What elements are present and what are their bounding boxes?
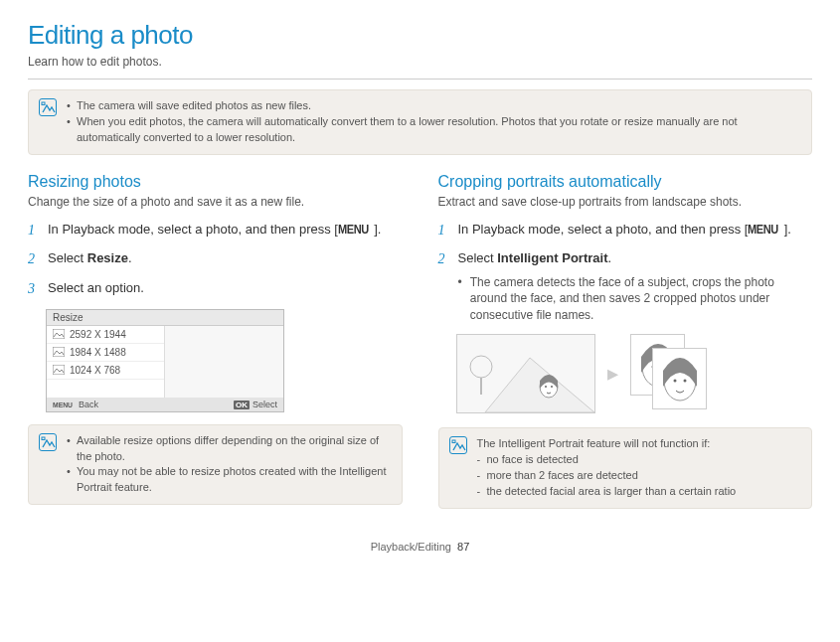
left-note-item: You may not be able to resize photos cre… xyxy=(67,464,392,496)
step-sub-bullet: The camera detects the face of a subject… xyxy=(458,274,813,324)
note-icon xyxy=(39,433,57,451)
right-note-content: The Intelligent Portrait feature will no… xyxy=(477,436,737,500)
step-text: ]. xyxy=(374,222,381,237)
right-note-list: no face is detected more than 2 faces ar… xyxy=(477,452,737,500)
photo-icon xyxy=(53,329,65,339)
portrait-crop xyxy=(652,348,707,409)
step-number: 1 xyxy=(438,221,450,241)
svg-rect-2 xyxy=(53,347,65,357)
step: 1 In Playback mode, select a photo, and … xyxy=(438,221,813,241)
tree-icon xyxy=(469,355,493,395)
step-body: Select Intelligent Portrait. The camera … xyxy=(458,249,813,324)
svg-point-14 xyxy=(673,379,676,382)
right-note-item: the detected facial area is larger than … xyxy=(477,484,737,500)
portrait-results xyxy=(630,334,720,413)
step-text: In Playback mode, select a photo, and th… xyxy=(458,222,749,237)
step-text: . xyxy=(128,250,132,265)
right-note-box: The Intelligent Portrait feature will no… xyxy=(438,427,813,509)
step-body: In Playback mode, select a photo, and th… xyxy=(48,221,403,241)
arrow-icon: ▸ xyxy=(607,361,618,387)
footer-ok-label: OK xyxy=(234,401,250,409)
resize-option: 1024 X 768 xyxy=(47,362,164,380)
top-note-box: The camera will save edited photos as ne… xyxy=(28,89,812,155)
left-column: Resizing photos Change the size of a pho… xyxy=(28,173,403,527)
screen-footer: MENU Back OKSelect xyxy=(47,398,283,411)
photo-icon xyxy=(53,347,65,357)
svg-point-15 xyxy=(683,379,686,382)
step-text: In Playback mode, select a photo, and th… xyxy=(48,222,338,237)
footer-page-number: 87 xyxy=(457,541,469,553)
step-bold: Resize xyxy=(87,250,128,265)
step: 1 In Playback mode, select a photo, and … xyxy=(28,221,403,241)
resize-option: 1984 X 1488 xyxy=(47,344,164,362)
left-note-box: Available resize options differ dependin… xyxy=(28,424,403,506)
screen-body: 2592 X 1944 1984 X 1488 1024 X 768 xyxy=(47,326,283,398)
top-note-item: When you edit photos, the camera will au… xyxy=(67,114,801,146)
svg-point-8 xyxy=(545,386,547,388)
step-number: 2 xyxy=(438,249,450,324)
left-note-list: Available resize options differ dependin… xyxy=(67,433,392,497)
svg-rect-16 xyxy=(452,440,455,443)
section-sub-cropping: Extract and save close-up portraits from… xyxy=(438,195,813,209)
menu-label: MENU xyxy=(338,221,369,239)
footer-select: Select xyxy=(252,400,277,409)
resize-option: 2592 X 1944 xyxy=(47,326,164,344)
step-number: 2 xyxy=(28,249,40,269)
resize-screen: Resize 2592 X 1944 1984 X 1488 1024 X 76… xyxy=(46,309,284,412)
step-body: Select an option. xyxy=(48,279,403,299)
section-title-cropping: Cropping portraits automatically xyxy=(438,173,813,191)
step: 2 Select Intelligent Portrait. The camer… xyxy=(438,249,813,324)
top-note-list: The camera will save edited photos as ne… xyxy=(67,98,801,146)
page-title: Editing a photo xyxy=(28,20,812,51)
step-body: In Playback mode, select a photo, and th… xyxy=(458,221,813,241)
face-icon xyxy=(653,349,707,409)
svg-point-5 xyxy=(470,356,492,378)
step: 3 Select an option. xyxy=(28,279,403,299)
step-text: Select xyxy=(48,250,87,265)
photo-icon xyxy=(53,365,65,375)
screen-options: 2592 X 1944 1984 X 1488 1024 X 768 xyxy=(47,326,165,398)
step-text: Select xyxy=(458,250,498,265)
right-note-lead: The Intelligent Portrait feature will no… xyxy=(477,436,737,452)
footer-menu-label: MENU xyxy=(53,401,73,409)
top-note-item: The camera will save edited photos as ne… xyxy=(67,98,801,114)
menu-label: MENU xyxy=(748,221,778,239)
footer-section: Playback/Editing xyxy=(371,541,451,553)
svg-rect-3 xyxy=(53,365,65,375)
note-icon xyxy=(449,436,467,454)
face-icon xyxy=(535,371,563,404)
screen-title: Resize xyxy=(47,310,283,326)
option-label: 1984 X 1488 xyxy=(70,347,126,358)
right-note-item: more than 2 faces are detected xyxy=(477,468,737,484)
section-sub-resizing: Change the size of a photo and save it a… xyxy=(28,195,403,209)
step-number: 1 xyxy=(28,221,40,241)
option-label: 1024 X 768 xyxy=(70,365,120,376)
portrait-source xyxy=(456,334,595,413)
step-text: ]. xyxy=(784,222,791,237)
divider xyxy=(28,79,812,80)
sub-bullet-text: The camera detects the face of a subject… xyxy=(470,274,812,324)
page-subtitle: Learn how to edit photos. xyxy=(28,55,812,69)
step-body: Select Resize. xyxy=(48,249,403,269)
page-footer: Playback/Editing 87 xyxy=(28,541,812,553)
screen-preview xyxy=(165,326,283,398)
right-column: Cropping portraits automatically Extract… xyxy=(438,173,813,527)
left-note-item: Available resize options differ dependin… xyxy=(67,433,392,465)
portrait-illustration: ▸ xyxy=(456,334,813,413)
section-title-resizing: Resizing photos xyxy=(28,173,403,191)
option-label: 2592 X 1944 xyxy=(70,329,126,340)
step-number: 3 xyxy=(28,279,40,299)
svg-rect-0 xyxy=(42,102,45,105)
step: 2 Select Resize. xyxy=(28,249,403,269)
svg-point-9 xyxy=(551,386,553,388)
footer-back: Back xyxy=(79,400,98,409)
right-note-item: no face is detected xyxy=(477,452,737,468)
svg-rect-4 xyxy=(42,437,45,440)
step-text: . xyxy=(607,250,611,265)
svg-rect-1 xyxy=(53,329,65,339)
step-bold: Intelligent Portrait xyxy=(497,250,607,265)
note-icon xyxy=(39,98,57,116)
